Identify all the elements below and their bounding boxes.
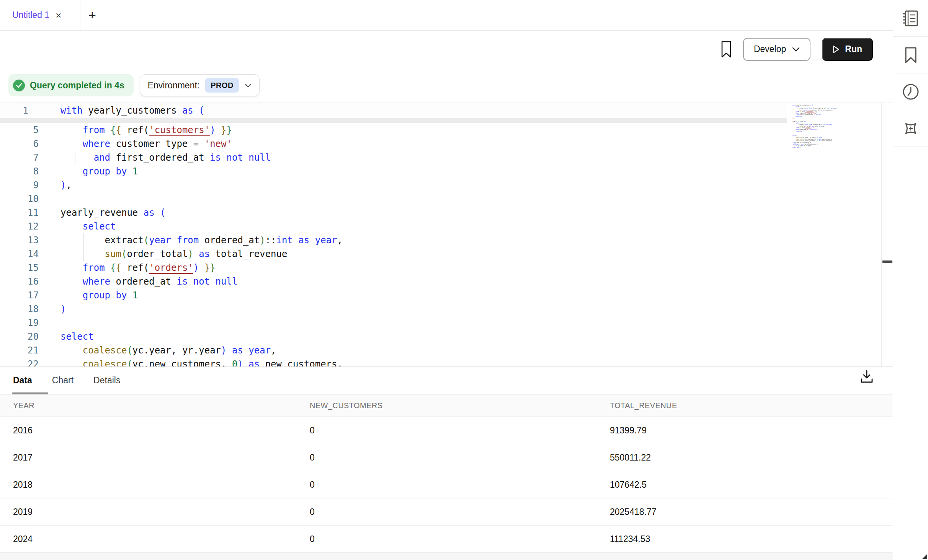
code-line-12[interactable]: 12 select: [0, 220, 881, 233]
tab-title: Untitled 1: [12, 10, 49, 20]
line-code: ): [60, 304, 66, 314]
sticky-line-number: 1: [0, 105, 28, 116]
table-row: 2016091399.79: [0, 417, 893, 444]
results-panel: DataChartDetails YEARNEW_CUSTOMERSTOTAL_…: [0, 366, 893, 560]
right-icon-sidebar: [893, 0, 928, 560]
table-cell: 91399.79: [610, 425, 893, 436]
bookmark-icon: [721, 41, 732, 58]
sticky-scroll-line[interactable]: 1 with yearly_customers as (: [0, 103, 787, 118]
code-line-7[interactable]: 7 and first_ordered_at is not null: [0, 151, 881, 164]
column-header-total_revenue: TOTAL_REVENUE: [610, 401, 893, 410]
line-number: 8: [0, 166, 39, 177]
line-code: select: [60, 331, 94, 342]
environment-value-badge: PROD: [205, 78, 239, 93]
bookmark-button[interactable]: [721, 41, 732, 58]
tab-untitled-1[interactable]: Untitled 1 ×: [0, 0, 80, 30]
code-line-15[interactable]: 15 from {{ ref('orders') }}: [0, 261, 881, 275]
develop-dropdown-button[interactable]: Develop: [743, 38, 810, 61]
code-line-22[interactable]: 22 coalesce(yc.new_customers, 0) as new_…: [0, 357, 881, 366]
sticky-scroll-divider: [0, 118, 787, 123]
line-code: from {{ ref('customers') }}: [60, 125, 232, 135]
results-tab-chart[interactable]: Chart: [52, 375, 74, 386]
develop-label: Develop: [754, 44, 786, 54]
code-line-17[interactable]: 17 group by 1: [0, 288, 881, 302]
line-number: 15: [0, 262, 39, 273]
play-icon: [833, 45, 840, 54]
plus-icon: +: [88, 8, 96, 23]
line-code: where customer_type = 'new': [60, 138, 232, 149]
editor-tab-bar: Untitled 1 × +: [0, 0, 893, 31]
table-cell: 0: [310, 507, 610, 517]
code-line-5[interactable]: 5 from {{ ref('customers') }}: [0, 123, 881, 137]
active-tab-underline: [12, 392, 48, 394]
history-clock-icon: [902, 83, 920, 101]
run-button[interactable]: Run: [822, 38, 873, 61]
line-number: 12: [0, 221, 39, 232]
code-line-6[interactable]: 6 where customer_type = 'new': [0, 137, 881, 151]
table-row: 20170550011.22: [0, 444, 893, 471]
line-number: 17: [0, 290, 39, 301]
new-tab-button[interactable]: +: [80, 0, 104, 30]
code-line-8[interactable]: 8 group by 1: [0, 164, 881, 178]
code-line-19[interactable]: 19: [0, 316, 881, 330]
results-horizontal-scrollbar[interactable]: [0, 553, 893, 560]
table-cell: 2024: [13, 534, 310, 544]
editor-scrollbar-thumb[interactable]: [882, 260, 892, 263]
code-line-18[interactable]: 18): [0, 302, 881, 316]
line-number: 9: [0, 180, 39, 190]
code-line-14[interactable]: 14 sum(order_total) as total_revenue: [0, 247, 881, 261]
sidebar-explore-button[interactable]: [893, 110, 928, 147]
results-tab-bar: DataChartDetails: [0, 367, 893, 394]
code-line-21[interactable]: 21 coalesce(yc.year, yr.year) as year,: [0, 343, 881, 357]
minimap[interactable]: with yearly_customers as ( select extrac…: [792, 104, 858, 154]
line-number: 18: [0, 304, 39, 314]
sidebar-history-button[interactable]: [893, 73, 928, 110]
query-status-row: Query completed in 4s Environment: PROD: [0, 68, 893, 103]
notebook-icon: [902, 9, 920, 28]
code-line-13[interactable]: 13 extract(year from ordered_at)::int as…: [0, 233, 881, 247]
environment-selector[interactable]: Environment: PROD: [140, 74, 260, 96]
download-results-button[interactable]: [860, 369, 874, 386]
line-number: 19: [0, 317, 39, 328]
line-code: coalesce(yc.new_customers, 0) as new_cus…: [60, 359, 343, 366]
line-code: yearly_revenue as (: [60, 207, 166, 218]
code-line-9[interactable]: 9),: [0, 178, 881, 192]
results-tab-details[interactable]: Details: [93, 375, 120, 386]
line-number: 11: [0, 207, 39, 218]
table-cell: 2025418.77: [610, 507, 893, 517]
chevron-down-icon: [792, 47, 800, 52]
line-number: 22: [0, 359, 39, 366]
editor-scrollbar-track[interactable]: [881, 103, 893, 366]
code-line-11[interactable]: 11yearly_revenue as (: [0, 206, 881, 220]
sql-code-editor[interactable]: 1 with yearly_customers as ( 5 from {{ r…: [0, 103, 893, 366]
code-line-10[interactable]: 10: [0, 192, 881, 206]
table-cell: 2019: [13, 507, 310, 517]
close-icon[interactable]: ×: [56, 10, 61, 20]
bookmark-icon: [904, 47, 917, 63]
table-row: 20240111234.53: [0, 526, 893, 553]
window-resize-grip[interactable]: [922, 554, 927, 559]
main-column: Untitled 1 × + Develop Run: [0, 0, 893, 560]
line-number: 21: [0, 345, 39, 356]
code-lines[interactable]: 5 from {{ ref('customers') }}6 where cus…: [0, 123, 881, 366]
line-code: ),: [60, 180, 72, 190]
code-line-20[interactable]: 20select: [0, 330, 881, 343]
table-cell: 550011.22: [610, 453, 893, 463]
table-cell: 107642.5: [610, 480, 893, 490]
line-number: 7: [0, 152, 39, 163]
results-table-body: 2016091399.7920170550011.2220180107642.5…: [0, 417, 893, 553]
compass-icon: [901, 119, 920, 138]
check-circle-icon: [13, 80, 25, 91]
minimap-code: with yearly_customers as ( select extrac…: [792, 104, 856, 148]
sidebar-bookmarks-button[interactable]: [893, 37, 928, 73]
sidebar-notebook-button[interactable]: [893, 0, 928, 37]
line-code: where ordered_at is not null: [60, 276, 237, 287]
line-number: 20: [0, 331, 39, 342]
table-cell: 2017: [13, 453, 310, 463]
line-number: 14: [0, 249, 39, 259]
app-window: Untitled 1 × + Develop Run: [0, 0, 928, 560]
table-cell: 0: [310, 480, 610, 490]
table-row: 20180107642.5: [0, 471, 893, 498]
code-line-16[interactable]: 16 where ordered_at is not null: [0, 275, 881, 288]
results-tab-data[interactable]: Data: [13, 375, 32, 386]
